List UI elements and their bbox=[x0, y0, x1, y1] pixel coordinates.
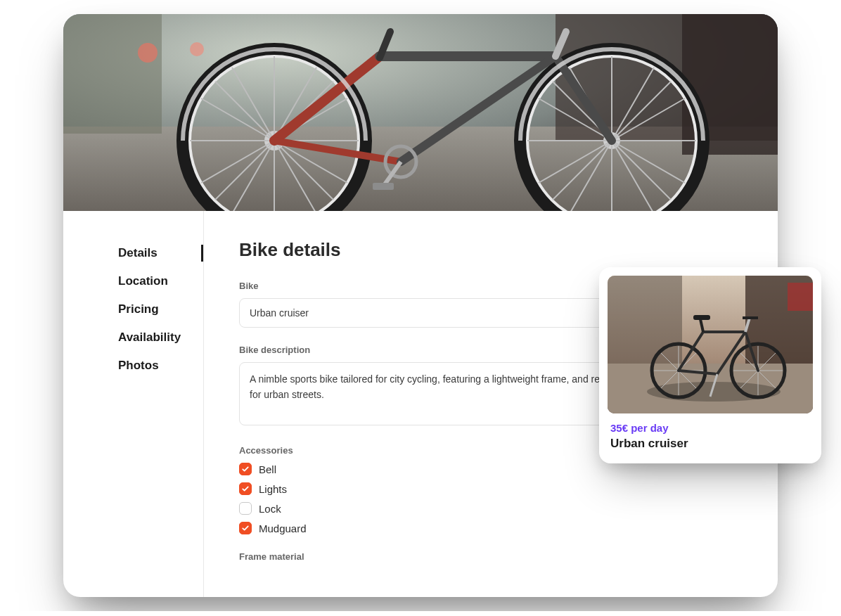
accessory-row-mudguard[interactable]: Mudguard bbox=[239, 522, 743, 534]
sidebar-item-location[interactable]: Location bbox=[118, 267, 203, 295]
accessory-row-lights[interactable]: Lights bbox=[239, 482, 743, 495]
checkbox-lock[interactable] bbox=[239, 502, 252, 515]
svg-rect-56 bbox=[608, 276, 682, 367]
preview-thumbnail bbox=[608, 276, 813, 413]
sidebar-item-details[interactable]: Details bbox=[118, 239, 203, 267]
svg-rect-54 bbox=[373, 183, 394, 190]
accessory-row-bell[interactable]: Bell bbox=[239, 463, 743, 475]
svg-point-5 bbox=[138, 43, 158, 63]
svg-rect-2 bbox=[63, 14, 162, 134]
svg-rect-85 bbox=[693, 315, 710, 320]
sidebar-item-pricing[interactable]: Pricing bbox=[118, 295, 203, 323]
preview-title: Urban cruiser bbox=[608, 437, 813, 451]
check-icon bbox=[241, 485, 250, 493]
accessory-label: Mudguard bbox=[259, 522, 307, 534]
preview-price: 35€ per day bbox=[608, 422, 813, 434]
svg-point-6 bbox=[190, 42, 204, 56]
banner-image bbox=[63, 14, 778, 211]
accessories-list: Bell Lights Lock bbox=[239, 463, 743, 534]
check-icon bbox=[241, 465, 250, 473]
page-title: Bike details bbox=[239, 239, 743, 261]
accessory-label: Lock bbox=[259, 503, 281, 515]
accessory-row-lock[interactable]: Lock bbox=[239, 502, 743, 515]
checkbox-lights[interactable] bbox=[239, 482, 252, 495]
svg-rect-58 bbox=[788, 283, 813, 311]
accessory-label: Bell bbox=[259, 463, 276, 475]
checkbox-bell[interactable] bbox=[239, 463, 252, 475]
sidebar-nav: Details Location Pricing Availability Ph… bbox=[63, 211, 204, 597]
check-icon bbox=[241, 524, 250, 532]
sidebar-item-availability[interactable]: Availability bbox=[118, 323, 203, 352]
listing-preview-card[interactable]: 35€ per day Urban cruiser bbox=[599, 267, 821, 463]
accessory-label: Lights bbox=[259, 483, 287, 495]
checkbox-mudguard[interactable] bbox=[239, 522, 252, 534]
frame-material-label: Frame material bbox=[239, 551, 743, 562]
field-frame-material: Frame material bbox=[239, 551, 743, 562]
sidebar-item-photos[interactable]: Photos bbox=[118, 352, 203, 380]
